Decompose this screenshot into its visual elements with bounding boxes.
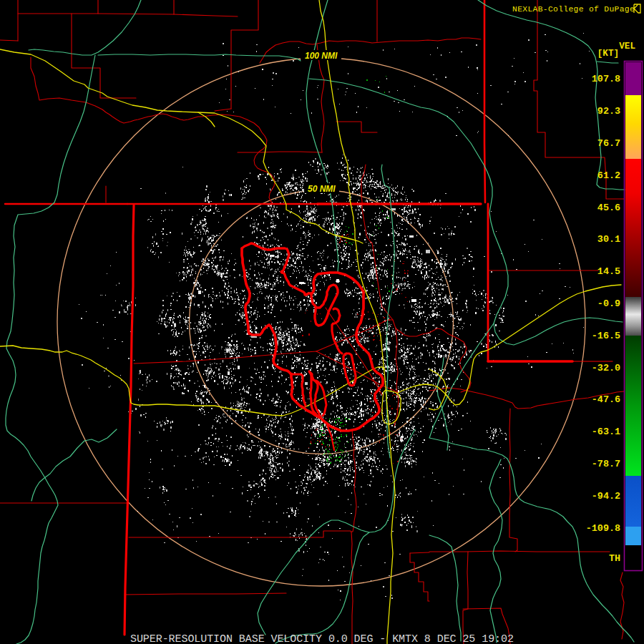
svg-text:50 NMI: 50 NMI xyxy=(308,184,336,194)
svg-text:92.3: 92.3 xyxy=(597,106,620,117)
svg-text:-32.0: -32.0 xyxy=(592,363,620,374)
svg-text:-94.2: -94.2 xyxy=(592,491,620,502)
svg-text:SUPER-RESOLUTION BASE VELOCITY: SUPER-RESOLUTION BASE VELOCITY 0.0 DEG -… xyxy=(130,633,514,644)
svg-text:-63.1: -63.1 xyxy=(592,426,620,437)
svg-text:107.8: 107.8 xyxy=(592,74,620,84)
svg-text:-78.7: -78.7 xyxy=(592,459,620,469)
svg-text:[KT]: [KT] xyxy=(597,49,619,59)
svg-text:-0.9: -0.9 xyxy=(597,298,620,309)
svg-text:100 NMI: 100 NMI xyxy=(305,51,338,61)
svg-text:45.6: 45.6 xyxy=(597,203,620,213)
svg-text:61.2: 61.2 xyxy=(597,170,620,181)
svg-text:TH: TH xyxy=(609,553,620,564)
svg-text:-47.6: -47.6 xyxy=(592,394,620,405)
svg-text:VEL: VEL xyxy=(619,42,635,52)
svg-text:30.1: 30.1 xyxy=(597,234,620,245)
svg-text:14.5: 14.5 xyxy=(597,266,620,277)
svg-text:-16.5: -16.5 xyxy=(592,331,620,341)
svg-text:NEXLAB-College of DuPage: NEXLAB-College of DuPage xyxy=(512,5,635,14)
svg-text:76.7: 76.7 xyxy=(597,138,620,149)
svg-text:-109.8: -109.8 xyxy=(586,523,620,534)
